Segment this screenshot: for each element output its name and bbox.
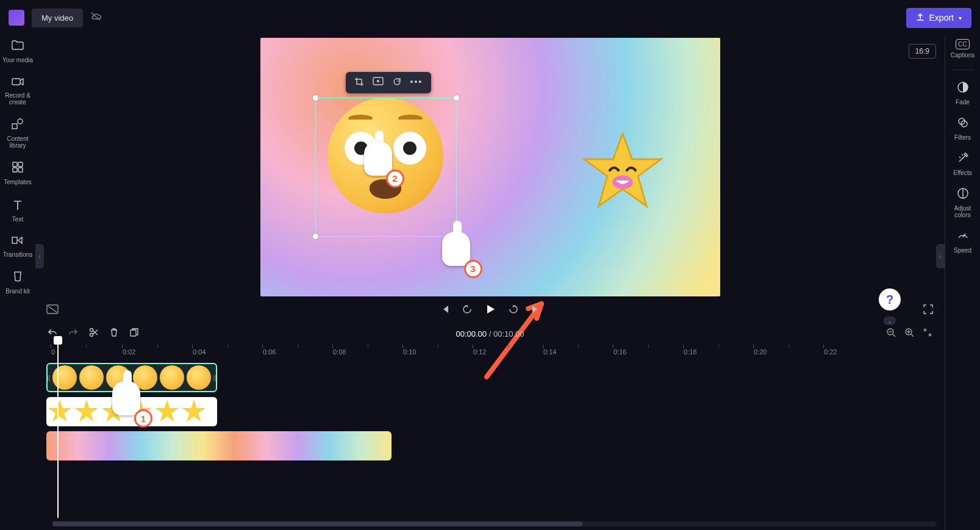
- ruler-tick: 0:16: [613, 348, 626, 356]
- ruler-tick: 0:08: [333, 348, 346, 356]
- speed-icon: [957, 229, 969, 245]
- timeline-ruler[interactable]: 00:020:040:060:080:100:120:140:160:180:2…: [46, 345, 934, 360]
- rightbar-filters[interactable]: Filters: [946, 116, 980, 141]
- sidebar-transitions[interactable]: Transitions: [1, 235, 35, 258]
- resize-handle-tl[interactable]: [312, 95, 319, 101]
- delete-button[interactable]: [110, 328, 118, 340]
- star-sticker[interactable]: [580, 129, 665, 215]
- chevron-left-icon: ‹: [939, 253, 941, 260]
- cloud-sync-off-icon: [90, 12, 101, 24]
- svg-rect-4: [13, 162, 17, 167]
- more-icon[interactable]: •••: [410, 77, 423, 88]
- timeline-clip-background[interactable]: [46, 431, 392, 460]
- expand-right-panel[interactable]: ‹: [936, 244, 945, 268]
- svg-rect-17: [131, 330, 136, 336]
- help-button[interactable]: ?: [879, 288, 901, 310]
- folder-icon: [11, 39, 24, 54]
- redo-button[interactable]: [68, 328, 78, 339]
- timeline-scrollbar[interactable]: [52, 521, 936, 526]
- svg-line-19: [893, 334, 895, 337]
- ruler-tick: 0:06: [263, 348, 276, 356]
- zoom-in-button[interactable]: [904, 328, 914, 340]
- selection-toolbar: •••: [346, 72, 432, 93]
- brand-kit-icon: [12, 270, 24, 285]
- sidebar-brand-kit[interactable]: Brand kit: [1, 270, 35, 295]
- svg-rect-5: [18, 162, 23, 167]
- transitions-icon: [11, 235, 24, 249]
- svg-rect-1: [12, 79, 20, 85]
- rightbar-adjust-colors[interactable]: Adjust colors: [946, 187, 980, 218]
- ruler-tick: 0:10: [403, 348, 416, 356]
- resize-handle-bl[interactable]: [312, 233, 319, 240]
- timeline-tracks[interactable]: || || 1: [46, 363, 934, 460]
- templates-icon: [12, 161, 24, 176]
- svg-line-14: [48, 306, 57, 312]
- play-button[interactable]: [485, 304, 496, 317]
- text-icon: T: [13, 198, 21, 213]
- ruler-tick: 0:14: [543, 348, 556, 356]
- sidebar-content-library[interactable]: Content library: [1, 118, 35, 149]
- ruler-tick: 0:18: [684, 348, 696, 356]
- sidebar-record-create[interactable]: Record & create: [1, 76, 35, 106]
- timeline-clip-star[interactable]: [46, 397, 217, 426]
- zoom-fit-button[interactable]: [923, 328, 932, 340]
- fit-icon[interactable]: [373, 77, 384, 88]
- zoom-out-button[interactable]: [886, 328, 896, 340]
- rotate-icon[interactable]: [392, 77, 402, 88]
- captions-icon: CC: [956, 39, 969, 49]
- shapes-icon: [11, 118, 24, 133]
- rightbar-fade[interactable]: Fade: [946, 81, 980, 106]
- camera-icon: [11, 76, 24, 90]
- svg-point-3: [18, 119, 23, 124]
- sidebar-templates[interactable]: Templates: [1, 161, 35, 185]
- export-label: Export: [929, 13, 954, 23]
- resize-handle-br[interactable]: [453, 233, 460, 240]
- rightbar-effects[interactable]: Effects: [946, 152, 980, 176]
- svg-rect-7: [18, 168, 23, 172]
- rewind-icon[interactable]: [462, 304, 473, 317]
- sidebar-your-media[interactable]: Your media: [1, 39, 35, 63]
- sidebar-text[interactable]: T Text: [1, 198, 35, 223]
- svg-line-22: [911, 334, 914, 337]
- ruler-tick: 0:20: [754, 348, 767, 356]
- timeline-clip-emoji[interactable]: || ||: [46, 363, 217, 392]
- playback-time: 00:00.00 / 00:10.00: [456, 329, 524, 338]
- duplicate-button[interactable]: [129, 328, 139, 340]
- skip-back-icon[interactable]: [440, 304, 449, 317]
- export-button[interactable]: Export ▾: [906, 8, 971, 28]
- resize-handle-tr[interactable]: [453, 95, 460, 101]
- video-title[interactable]: My video: [32, 9, 83, 27]
- ruler-tick: 0:02: [123, 348, 135, 356]
- filters-icon: [957, 116, 969, 132]
- playhead[interactable]: [57, 341, 59, 518]
- svg-rect-6: [13, 168, 17, 172]
- clip-handle-left[interactable]: ||: [46, 363, 51, 392]
- app-logo[interactable]: [9, 10, 24, 26]
- upload-icon: [916, 13, 925, 23]
- clip-handle-right[interactable]: ||: [212, 363, 217, 392]
- chevron-down-icon: ▾: [959, 15, 962, 21]
- aspect-ratio-badge[interactable]: 16:9: [909, 44, 936, 59]
- ruler-tick: 0:22: [824, 348, 837, 356]
- crop-icon[interactable]: [354, 77, 364, 88]
- preview-canvas[interactable]: •••: [260, 38, 720, 296]
- safe-zone-icon[interactable]: [46, 304, 59, 317]
- ruler-tick: 0: [51, 348, 55, 356]
- svg-point-10: [377, 80, 379, 82]
- ruler-tick: 0:04: [193, 348, 206, 356]
- svg-point-15: [90, 329, 93, 332]
- svg-rect-2: [12, 124, 17, 129]
- skip-forward-icon[interactable]: [531, 304, 541, 317]
- forward-icon[interactable]: [508, 304, 519, 317]
- effects-icon: [957, 152, 969, 167]
- fullscreen-icon[interactable]: [923, 304, 934, 317]
- adjust-colors-icon: [957, 187, 969, 202]
- ruler-tick: 0:12: [473, 348, 486, 356]
- svg-rect-8: [12, 237, 17, 243]
- svg-point-16: [90, 334, 93, 337]
- split-button[interactable]: [89, 328, 99, 340]
- rightbar-captions[interactable]: CC Captions: [946, 39, 980, 59]
- fade-icon: [957, 81, 969, 96]
- selection-box[interactable]: [315, 98, 457, 237]
- rightbar-speed[interactable]: Speed: [946, 229, 980, 254]
